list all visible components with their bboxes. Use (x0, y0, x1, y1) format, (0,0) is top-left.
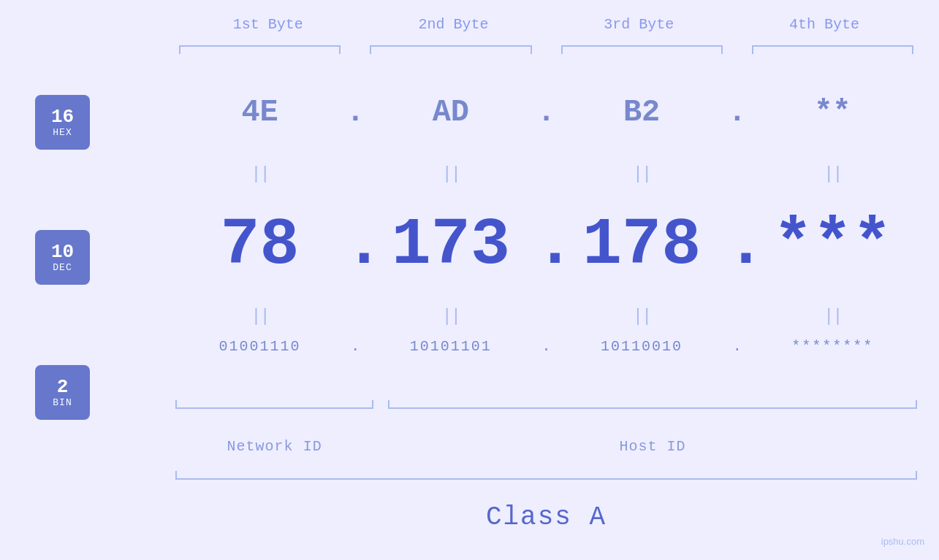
hex-value-2: AD (366, 95, 535, 130)
dec-badge: 10 DEC (35, 230, 90, 285)
equals-1: || (175, 164, 344, 184)
bracket-bottom-all (175, 471, 917, 480)
dec-value-1: 78 (175, 208, 344, 283)
bracket-top-4 (752, 45, 913, 54)
hex-row: 4E . AD . B2 . ** (175, 95, 917, 130)
host-id-label: Host ID (388, 438, 917, 455)
byte-header-4: 4th Byte (731, 16, 917, 33)
hex-value-4: ** (748, 95, 917, 130)
network-id-label: Network ID (175, 438, 373, 455)
dec-value-2: 173 (366, 208, 535, 283)
bracket-top-2 (370, 45, 531, 54)
bin-value-2: 10101101 (366, 338, 535, 355)
badges-column: 16 HEX 10 DEC 2 BIN (35, 95, 90, 420)
equals-3: || (558, 164, 726, 184)
bin-value-4: ******** (748, 338, 917, 355)
dot-dec-3: . (726, 208, 748, 283)
content-area: 1st Byte 2nd Byte 3rd Byte 4th Byte 4E .… (117, 0, 939, 560)
dot-bin-1: . (344, 338, 366, 355)
top-bracket-row (175, 45, 917, 54)
bracket-bottom-network (175, 400, 373, 409)
equals-2: || (366, 164, 535, 184)
bin-badge-num: 2 (57, 377, 69, 398)
dot-hex-1: . (344, 95, 366, 130)
hex-value-1: 4E (175, 95, 344, 130)
bracket-top-1 (179, 45, 341, 54)
class-label: Class A (175, 502, 917, 532)
bracket-top-3 (561, 45, 723, 54)
dec-value-3: 178 (558, 208, 726, 283)
equals-7: || (558, 307, 726, 326)
bin-badge-label: BIN (53, 397, 72, 408)
dot-hex-3: . (726, 95, 748, 130)
dot-dec-1: . (344, 208, 366, 283)
equals-row-1: || || || || (175, 164, 917, 184)
dec-row: 78 . 173 . 178 . *** (175, 208, 917, 283)
hex-badge-label: HEX (53, 127, 72, 138)
equals-5: || (175, 307, 344, 326)
bin-value-3: 10110010 (558, 338, 726, 355)
equals-row-2: || || || || (175, 307, 917, 326)
equals-6: || (366, 307, 535, 326)
byte-header-3: 3rd Byte (547, 16, 732, 33)
byte-header-2: 2nd Byte (361, 16, 547, 33)
bin-row: 01001110 . 10101101 . 10110010 . *******… (175, 338, 917, 355)
hex-badge-num: 16 (51, 107, 74, 128)
dec-value-4: *** (748, 208, 917, 283)
bracket-bottom-host (388, 400, 917, 409)
dot-bin-2: . (536, 338, 558, 355)
main-container: 16 HEX 10 DEC 2 BIN 1st Byte 2nd Byte 3r… (0, 0, 939, 560)
hex-value-3: B2 (558, 95, 726, 130)
hex-badge: 16 HEX (35, 95, 90, 150)
watermark: ipshu.com (881, 536, 924, 547)
dot-dec-2: . (536, 208, 558, 283)
dec-badge-num: 10 (51, 242, 74, 263)
dot-bin-3: . (726, 338, 748, 355)
equals-8: || (748, 307, 917, 326)
byte-header-1: 1st Byte (175, 16, 361, 33)
bin-badge: 2 BIN (35, 365, 90, 420)
dec-badge-label: DEC (53, 262, 72, 273)
byte-header-row: 1st Byte 2nd Byte 3rd Byte 4th Byte (175, 16, 917, 33)
equals-4: || (748, 164, 917, 184)
dot-hex-2: . (536, 95, 558, 130)
bin-value-1: 01001110 (175, 338, 344, 355)
